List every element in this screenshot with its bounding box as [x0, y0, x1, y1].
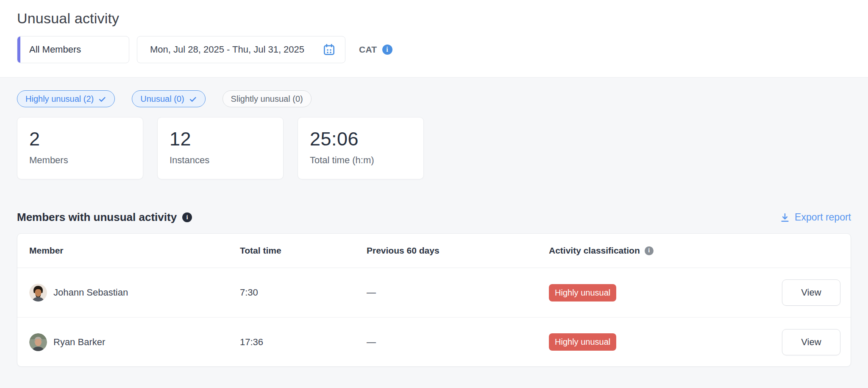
chip-unusual[interactable]: Unusual (0) [132, 90, 205, 107]
column-header-total-time: Total time [240, 246, 367, 256]
selected-filter-accent-bar [17, 36, 20, 63]
classification-info-icon[interactable]: i [645, 246, 654, 255]
table-header-row: Member Total time Previous 60 days Activ… [17, 234, 851, 268]
stat-card-instances: 12 Instances [157, 117, 284, 179]
avatar [29, 284, 47, 301]
stat-value: 12 [170, 128, 271, 150]
stat-card-total-time: 25:06 Total time (h:m) [298, 117, 424, 179]
member-cell: Ryan Barker [29, 333, 240, 351]
chip-label: Slightly unusual (0) [231, 94, 303, 104]
export-report-button[interactable]: Export report [779, 212, 851, 223]
members-section-header: Members with unusual activity i Export r… [17, 211, 851, 224]
table-row: Ryan Barker 17:36 — Highly unusual View [17, 317, 851, 366]
stat-card-members: 2 Members [17, 117, 143, 179]
stat-label: Members [29, 155, 131, 166]
check-icon [98, 95, 106, 103]
timezone-indicator: CAT i [359, 45, 392, 55]
column-header-label: Activity classification [549, 246, 640, 256]
view-button[interactable]: View [782, 329, 840, 355]
calendar-icon [323, 43, 336, 56]
classification-filter-chips: Highly unusual (2) Unusual (0) Slightly … [17, 90, 851, 107]
member-name: Johann Sebastian [53, 287, 128, 298]
filter-bar: All Members Mon, Jul 28, 2025 - Thu, Jul… [17, 36, 851, 63]
main-content: Highly unusual (2) Unusual (0) Slightly … [0, 78, 868, 367]
summary-stats: 2 Members 12 Instances 25:06 Total time … [17, 117, 851, 179]
download-icon [779, 212, 790, 223]
page-title: Unusual activity [17, 10, 851, 27]
chip-slightly-unusual[interactable]: Slightly unusual (0) [223, 90, 312, 107]
classification-badge: Highly unusual [549, 284, 616, 301]
stat-value: 25:06 [310, 128, 412, 150]
members-table: Member Total time Previous 60 days Activ… [17, 233, 851, 367]
timezone-label: CAT [359, 45, 377, 55]
members-section-info-icon[interactable]: i [182, 212, 192, 222]
members-filter-value: All Members [29, 44, 81, 55]
table-row: Johann Sebastian 7:30 — Highly unusual V… [17, 268, 851, 317]
member-cell: Johann Sebastian [29, 284, 240, 301]
total-time-cell: 7:30 [240, 287, 367, 298]
chip-label: Highly unusual (2) [25, 94, 94, 104]
column-header-member: Member [29, 246, 240, 256]
check-icon [189, 95, 197, 103]
column-header-activity-classification: Activity classification i [549, 246, 777, 256]
members-filter-dropdown[interactable]: All Members [17, 36, 129, 63]
column-header-previous-60-days: Previous 60 days [367, 246, 549, 256]
members-section-title: Members with unusual activity [17, 211, 177, 224]
classification-cell: Highly unusual [549, 333, 777, 351]
stat-value: 2 [29, 128, 131, 150]
member-name: Ryan Barker [53, 337, 105, 348]
previous-60-days-cell: — [367, 287, 549, 298]
stat-label: Total time (h:m) [310, 155, 412, 166]
export-report-label: Export report [795, 212, 851, 223]
date-range-picker[interactable]: Mon, Jul 28, 2025 - Thu, Jul 31, 2025 [137, 36, 345, 63]
previous-60-days-cell: — [367, 337, 549, 348]
avatar [29, 333, 47, 351]
view-button[interactable]: View [782, 279, 840, 306]
stat-label: Instances [170, 155, 271, 166]
chip-highly-unusual[interactable]: Highly unusual (2) [17, 90, 115, 107]
date-range-value: Mon, Jul 28, 2025 - Thu, Jul 31, 2025 [150, 44, 304, 55]
classification-cell: Highly unusual [549, 284, 777, 301]
timezone-info-icon[interactable]: i [382, 45, 392, 55]
classification-badge: Highly unusual [549, 333, 616, 351]
chip-label: Unusual (0) [140, 94, 184, 104]
page-header: Unusual activity All Members Mon, Jul 28… [0, 0, 868, 78]
total-time-cell: 17:36 [240, 337, 367, 348]
